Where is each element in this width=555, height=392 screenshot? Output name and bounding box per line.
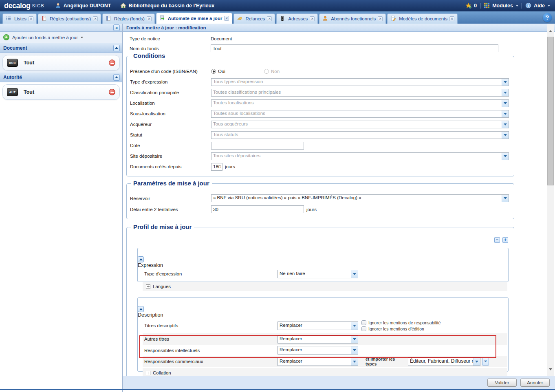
scroll-down-button[interactable] [547, 366, 554, 372]
select-statut[interactable]: Tous statuts [211, 131, 509, 139]
top-bar: decalog SIGB Angélique DUPONT Bibliothèq… [0, 0, 555, 11]
decalog-logo: decalog [4, 2, 31, 10]
select-localisation[interactable]: Toutes localisations [211, 99, 509, 107]
select-site-depositaire[interactable]: Tous sites dépositaires [211, 152, 509, 160]
vertical-scrollbar[interactable] [547, 24, 554, 376]
select-acquereur[interactable]: Tous acquéreurs [211, 121, 509, 128]
expand-icon[interactable] [146, 284, 150, 289]
add-fonds-button[interactable]: + Ajouter un fonds à mettre à jour [0, 32, 122, 43]
aide-menu[interactable]: Aide [525, 2, 550, 9]
radio-oui[interactable] [211, 69, 216, 74]
langues-expander-row[interactable]: Langues [143, 282, 507, 291]
modules-menu[interactable]: Modules [484, 2, 518, 9]
horn-icon [237, 15, 243, 22]
tab-listes[interactable]: Listes × [2, 13, 37, 24]
collapse-expression-button[interactable] [138, 256, 144, 262]
collation-expander-row[interactable]: Collation [143, 368, 507, 376]
responsables-commerciaux-row: Responsables commerciaux Remplacer et im… [143, 356, 507, 367]
field-label: Classification principale [130, 90, 211, 95]
select-profil-type-expression[interactable]: Ne rien faire [278, 270, 358, 278]
close-icon[interactable]: × [378, 16, 383, 21]
scroll-up-button[interactable] [547, 28, 554, 34]
chevron-down-icon [81, 37, 83, 38]
field-label: Cote [130, 143, 211, 148]
user-name: Angélique DUPONT [64, 3, 111, 9]
nom-fonds-input[interactable] [211, 44, 498, 52]
field-label: Responsables commerciaux [144, 359, 278, 364]
fonds-item-document[interactable]: DOC Tout [2, 55, 120, 70]
remove-fonds-button[interactable] [109, 89, 115, 95]
close-icon[interactable]: × [29, 16, 33, 21]
tab-abonnes-fonctionnels[interactable]: Abonnés fonctionnels × [319, 13, 386, 24]
clear-import-types-button[interactable]: × [482, 357, 489, 366]
select-classification-principale[interactable]: Toutes classifications principales [211, 89, 509, 97]
select-responsables-intellectuels[interactable]: Remplacer [278, 346, 358, 355]
select-reservoir[interactable]: « BNF via SRU (notices validées) » puis … [211, 194, 509, 202]
section-header-autorite[interactable]: Autorité [0, 73, 122, 82]
current-user[interactable]: Angélique DUPONT [55, 2, 111, 9]
tab-automate-de-mise-a-jour[interactable]: Automate de mise à jour × [156, 13, 233, 24]
action-footer: Valider Annuler [123, 376, 555, 389]
road-icon [280, 15, 286, 22]
jours-suffix: jours [306, 207, 317, 212]
langues-label: Langues [153, 284, 171, 289]
sous-localisation-row: Sous-localisation Toutes sous-localisati… [130, 108, 514, 119]
close-icon[interactable]: × [224, 16, 229, 21]
cote-input[interactable] [211, 142, 304, 150]
collapse-description-button[interactable] [138, 306, 144, 312]
scrollbar-thumb[interactable] [547, 37, 554, 185]
aut-badge: AUT [7, 88, 18, 96]
tab-regles-fonds[interactable]: Règles (fonds) × [102, 13, 155, 24]
select-sous-localisation[interactable]: Toutes sous-localisations [211, 110, 509, 118]
radio-non[interactable] [264, 69, 269, 74]
field-label: Acquéreur [130, 122, 211, 127]
book-icon [106, 15, 112, 22]
docs-crees-row: Documents créés depuis jours [130, 161, 514, 172]
select-type-expression[interactable]: Tous types d'expression [211, 78, 509, 86]
expand-all-button[interactable]: + [502, 237, 508, 243]
collapse-section-button[interactable] [113, 74, 120, 81]
tab-adresses[interactable]: Adresses × [276, 13, 318, 24]
collapse-all-button[interactable]: − [494, 237, 500, 243]
collapse-section-button[interactable] [113, 45, 120, 51]
page-pencil-icon [390, 15, 397, 22]
tab-relances[interactable]: Relances × [233, 13, 275, 24]
notifications-indicator[interactable]: 0 [465, 2, 477, 9]
fonds-item-autorite[interactable]: AUT Tout [2, 84, 120, 100]
tab-modeles-de-documents[interactable]: Modèles de documents × [387, 13, 458, 24]
select-import-types[interactable]: Éditeur, Fabricant, Diffuseur c [408, 357, 480, 366]
select-responsables-commerciaux[interactable]: Remplacer [278, 357, 358, 366]
delai-row: Délai entre 2 tentatives jours [130, 204, 514, 215]
section-header-document[interactable]: Document [0, 43, 122, 53]
radio-oui-label: Oui [218, 69, 225, 74]
ignorer-responsabilite-checkbox[interactable] [361, 320, 366, 325]
docs-crees-input[interactable] [211, 163, 222, 171]
application-window: decalog SIGB Angélique DUPONT Bibliothèq… [0, 0, 555, 392]
expand-icon[interactable] [146, 371, 150, 375]
ignorer-edition-checkbox[interactable] [361, 326, 366, 331]
tab-regles-cotisations[interactable]: Règles (cotisations) × [38, 13, 101, 24]
chevron-down-icon [516, 5, 518, 7]
reservoir-row: Réservoir « BNF via SRU (notices validée… [130, 193, 514, 204]
close-icon[interactable]: × [93, 16, 98, 21]
close-icon[interactable]: × [449, 16, 454, 21]
valider-button[interactable]: Valider [487, 379, 517, 387]
annuler-button[interactable]: Annuler [520, 379, 550, 387]
chevron-down-icon [502, 89, 509, 96]
close-icon[interactable]: × [267, 16, 272, 21]
remove-fonds-button[interactable] [109, 59, 115, 66]
collation-label: Collation [153, 370, 171, 375]
select-autres-titres[interactable]: Remplacer [278, 335, 358, 344]
close-icon[interactable]: × [147, 16, 152, 21]
section-title: Document [3, 45, 27, 51]
collapse-sidebar-button[interactable]: « [113, 24, 120, 31]
chevron-down-icon [473, 357, 480, 366]
select-titres-descriptifs[interactable]: Remplacer [278, 322, 358, 330]
close-icon[interactable]: × [310, 16, 315, 21]
list-icon [6, 15, 12, 22]
current-library[interactable]: Bibliothèque du bassin de l'Eyrieux [120, 2, 215, 9]
delai-input[interactable] [211, 205, 304, 213]
expression-fieldset: Expression Type d'expression Ne rien fai… [137, 248, 509, 282]
chevron-down-icon [502, 110, 509, 117]
help-button[interactable]: ? [543, 13, 552, 22]
